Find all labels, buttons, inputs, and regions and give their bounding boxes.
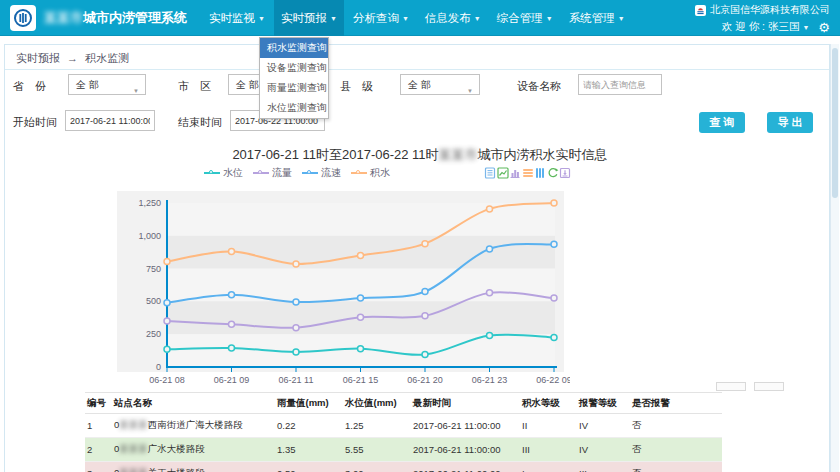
station-name: 0某某某关王大楼路段 xyxy=(112,462,275,472)
export-button[interactable]: 导 出 xyxy=(767,112,813,133)
legend-item-waterlog[interactable]: 积水 xyxy=(351,166,390,180)
svg-text:06-21 08: 06-21 08 xyxy=(149,375,185,385)
main-nav: 实时监视▼ 实时预报▼ 分析查询▼ 信息发布▼ 综合管理▼ 系统管理▼ xyxy=(202,0,634,36)
table-control-button[interactable] xyxy=(754,382,784,391)
breadcrumb-arrow-icon: → xyxy=(67,52,78,64)
nav-item-realtime-monitor[interactable]: 实时监视▼ xyxy=(202,0,272,36)
chart-legend: 水位 流量 流速 积水 xyxy=(117,166,477,180)
table-row[interactable]: 1 0某某某西南街道广海大楼路段 0.22 1.25 2017-06-21 11… xyxy=(85,414,722,438)
breadcrumb-current: 积水监测 xyxy=(85,52,129,64)
legend-marker xyxy=(351,169,367,178)
chevron-down-icon: ▼ xyxy=(467,82,473,101)
chevron-down-icon: ▼ xyxy=(474,15,481,22)
station-name: 0某某某广水大楼路段 xyxy=(112,438,275,462)
nav-item-general-manage[interactable]: 综合管理▼ xyxy=(490,0,560,36)
table-control-button[interactable] xyxy=(716,382,746,391)
save-image-icon[interactable] xyxy=(559,167,571,179)
svg-text:06-21 20: 06-21 20 xyxy=(407,375,443,385)
data-view-icon[interactable] xyxy=(484,167,496,179)
chevron-down-icon: ▼ xyxy=(618,15,625,22)
navbar-right: 北京国信华源科技有限公司 欢 迎 你 : 张三国 ▼ ⚙ xyxy=(695,0,830,34)
app-title: 某某市城市内涝管理系统 xyxy=(44,0,187,36)
company-row: 北京国信华源科技有限公司 xyxy=(695,3,830,17)
legend-marker xyxy=(253,169,269,178)
chevron-down-icon[interactable]: ▼ xyxy=(802,24,809,31)
gear-icon[interactable]: ⚙ xyxy=(818,21,830,34)
svg-text:500: 500 xyxy=(146,296,161,306)
breadcrumb: 实时预报 → 积水监测 xyxy=(16,51,133,66)
bar-chart-type-icon[interactable] xyxy=(509,167,521,179)
chevron-down-icon: ▼ xyxy=(258,15,265,22)
redacted-text: 某某某 xyxy=(119,467,148,472)
table-row[interactable]: 3 0某某某关王大楼路段 0.50 3.00 2017-06-21 11:00:… xyxy=(85,462,722,472)
nav-item-realtime-forecast[interactable]: 实时预报▼ xyxy=(274,0,344,36)
chart-title: 2017-06-21 11时至2017-06-22 11时某某市城市内涝积水实时… xyxy=(0,146,840,164)
svg-text:06-21 09: 06-21 09 xyxy=(214,375,250,385)
col-header-time: 最新时间 xyxy=(411,393,520,414)
breadcrumb-divider xyxy=(5,69,829,70)
legend-item-flow[interactable]: 流量 xyxy=(253,166,292,180)
chevron-down-icon: ▼ xyxy=(133,82,139,101)
breadcrumb-parent[interactable]: 实时预报 xyxy=(16,52,60,64)
province-select[interactable]: 全 部▼ xyxy=(68,74,146,95)
device-name-label: 设备名称 xyxy=(517,79,561,94)
device-name-input[interactable] xyxy=(578,74,662,95)
county-select[interactable]: 全 部▼ xyxy=(400,74,480,95)
top-navbar: 某某市城市内涝管理系统 实时监视▼ 实时预报▼ 分析查询▼ 信息发布▼ 综合管理… xyxy=(0,0,840,36)
menu-item-rain-monitor-query[interactable]: 雨量监测查询 xyxy=(260,78,328,98)
menu-item-waterlog-monitor-query[interactable]: 积水监测查询 xyxy=(260,38,328,58)
end-time-label: 结束时间 xyxy=(178,115,222,130)
county-label: 县 级 xyxy=(340,79,373,94)
chart-title-redacted-city: 某某市 xyxy=(439,147,478,162)
forecast-dropdown-menu: 积水监测查询 设备监测查询 雨量监测查询 水位监测查询 xyxy=(259,37,329,119)
table-header-row: 编号 站点名称 雨量值(mm) 水位值(mm) 最新时间 积水等级 报警等级 是… xyxy=(85,393,722,414)
chevron-down-icon: ▼ xyxy=(546,15,553,22)
scrollbar-thumb[interactable] xyxy=(832,48,838,198)
legend-marker xyxy=(204,169,220,178)
menu-item-waterlevel-monitor-query[interactable]: 水位监测查询 xyxy=(260,98,328,118)
nav-item-system-manage[interactable]: 系统管理▼ xyxy=(562,0,632,36)
waterlog-chart-svg[interactable]: 02505007501,0001,25006-21 0806-21 0906-2… xyxy=(95,191,570,391)
vertical-scrollbar[interactable] xyxy=(830,44,839,472)
welcome-text: 欢 迎 你 : xyxy=(722,20,768,34)
app-title-redacted-city: 某某市 xyxy=(44,10,83,25)
redacted-text: 某某某 xyxy=(119,443,148,454)
chevron-down-icon: ▼ xyxy=(402,15,409,22)
redacted-text: 某某某 xyxy=(119,419,148,430)
col-header-level: 积水等级 xyxy=(520,393,577,414)
legend-item-velocity[interactable]: 流速 xyxy=(302,166,341,180)
svg-text:750: 750 xyxy=(146,264,161,274)
welcome-row: 欢 迎 你 : 张三国 ▼ ⚙ xyxy=(695,20,830,34)
start-time-input[interactable] xyxy=(65,110,155,131)
start-time-label: 开始时间 xyxy=(13,115,57,130)
svg-text:1,000: 1,000 xyxy=(138,231,161,241)
company-logo-icon xyxy=(695,5,706,16)
city-label: 市 区 xyxy=(178,79,211,94)
nav-item-info-publish[interactable]: 信息发布▼ xyxy=(418,0,488,36)
chart-toolbox xyxy=(484,167,572,179)
station-name: 0某某某西南街道广海大楼路段 xyxy=(112,414,275,438)
svg-text:06-21 23: 06-21 23 xyxy=(472,375,508,385)
svg-text:06-21 11: 06-21 11 xyxy=(279,375,314,385)
line-chart-type-icon[interactable] xyxy=(497,167,509,179)
stack-icon[interactable] xyxy=(522,167,534,179)
table-row[interactable]: 2 0某某某广水大楼路段 1.35 5.55 2017-06-21 11:00:… xyxy=(85,438,722,462)
tiled-icon[interactable] xyxy=(534,167,546,179)
col-header-station: 站点名称 xyxy=(112,393,275,414)
query-button[interactable]: 查 询 xyxy=(699,112,745,133)
col-header-id: 编号 xyxy=(85,393,112,414)
svg-text:06-21 15: 06-21 15 xyxy=(343,375,379,385)
restore-icon[interactable] xyxy=(547,167,559,179)
province-label: 省 份 xyxy=(13,79,46,94)
svg-text:250: 250 xyxy=(146,329,161,339)
user-name[interactable]: 张三国 xyxy=(768,20,800,34)
legend-marker xyxy=(302,169,318,178)
menu-item-device-monitor-query[interactable]: 设备监测查询 xyxy=(260,58,328,78)
app-logo-icon xyxy=(10,5,36,31)
legend-item-waterlevel[interactable]: 水位 xyxy=(204,166,243,180)
svg-text:06-22 09: 06-22 09 xyxy=(536,375,570,385)
nav-item-analysis-query[interactable]: 分析查询▼ xyxy=(346,0,416,36)
app-screen: 某某市城市内涝管理系统 实时监视▼ 实时预报▼ 分析查询▼ 信息发布▼ 综合管理… xyxy=(0,0,840,472)
company-name: 北京国信华源科技有限公司 xyxy=(710,3,830,17)
chevron-down-icon: ▼ xyxy=(330,15,337,22)
